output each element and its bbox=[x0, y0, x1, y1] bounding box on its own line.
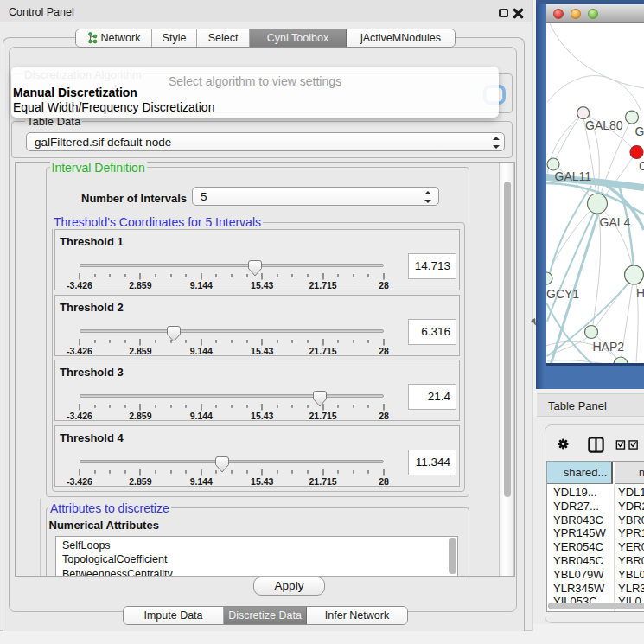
svg-text:GAL4: GAL4 bbox=[600, 215, 631, 229]
svg-text:GCY1: GCY1 bbox=[546, 287, 579, 301]
svg-text:H: H bbox=[636, 286, 644, 300]
svg-text:G.: G. bbox=[635, 124, 644, 138]
svg-text:GAL11: GAL11 bbox=[555, 169, 592, 183]
svg-text:C: C bbox=[639, 159, 644, 173]
svg-text:GAL80: GAL80 bbox=[585, 118, 623, 132]
svg-text:HAP2: HAP2 bbox=[593, 340, 625, 354]
